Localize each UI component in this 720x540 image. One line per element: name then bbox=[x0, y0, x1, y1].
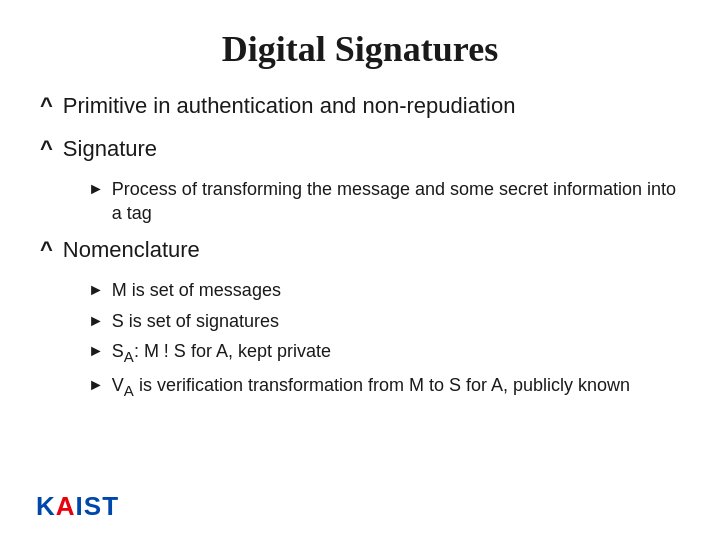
logo-a: A bbox=[56, 491, 76, 521]
slide: Digital Signatures ^ Primitive in authen… bbox=[0, 0, 720, 540]
nom-sub3-text: SA: M ! S for A, kept private bbox=[112, 339, 331, 367]
bullet-signature: ^ Signature bbox=[40, 135, 680, 164]
nom-sub4-text: VA is verification transformation from M… bbox=[112, 373, 630, 401]
caret-icon: ^ bbox=[40, 93, 53, 119]
bullet-primitive: ^ Primitive in authentication and non-re… bbox=[40, 92, 680, 121]
logo-t: T bbox=[102, 491, 119, 521]
primitive-text: Primitive in authentication and non-repu… bbox=[63, 92, 516, 121]
kaist-logo-text: KAIST bbox=[36, 491, 119, 522]
arrow-icon-3: ► bbox=[88, 312, 104, 330]
signature-text: Signature bbox=[63, 135, 157, 164]
bullet-nomenclature: ^ Nomenclature bbox=[40, 236, 680, 265]
arrow-icon-4: ► bbox=[88, 342, 104, 360]
nom-sub3: ► SA: M ! S for A, kept private bbox=[88, 339, 680, 367]
caret-icon-3: ^ bbox=[40, 237, 53, 263]
nom-sub1-text: M is set of messages bbox=[112, 278, 281, 302]
nomenclature-text: Nomenclature bbox=[63, 236, 200, 265]
section-nomenclature: ^ Nomenclature ► M is set of messages ► … bbox=[40, 236, 680, 401]
nom-sub4: ► VA is verification transformation from… bbox=[88, 373, 680, 401]
signature-sub1: ► Process of transforming the message an… bbox=[88, 177, 680, 226]
kaist-logo: KAIST bbox=[36, 491, 119, 522]
signature-subbullets: ► Process of transforming the message an… bbox=[40, 177, 680, 226]
section-primitive: ^ Primitive in authentication and non-re… bbox=[40, 92, 680, 121]
logo-k: K bbox=[36, 491, 56, 521]
logo-i: I bbox=[76, 491, 84, 521]
nom-sub2-text: S is set of signatures bbox=[112, 309, 279, 333]
nom-sub2: ► S is set of signatures bbox=[88, 309, 680, 333]
nom-sub1: ► M is set of messages bbox=[88, 278, 680, 302]
section-signature: ^ Signature ► Process of transforming th… bbox=[40, 135, 680, 226]
signature-sub1-text: Process of transforming the message and … bbox=[112, 177, 680, 226]
caret-icon-2: ^ bbox=[40, 136, 53, 162]
logo-s: S bbox=[84, 491, 102, 521]
nomenclature-subbullets: ► M is set of messages ► S is set of sig… bbox=[40, 278, 680, 400]
arrow-icon-1: ► bbox=[88, 180, 104, 198]
arrow-icon-5: ► bbox=[88, 376, 104, 394]
arrow-icon-2: ► bbox=[88, 281, 104, 299]
slide-title: Digital Signatures bbox=[40, 28, 680, 70]
